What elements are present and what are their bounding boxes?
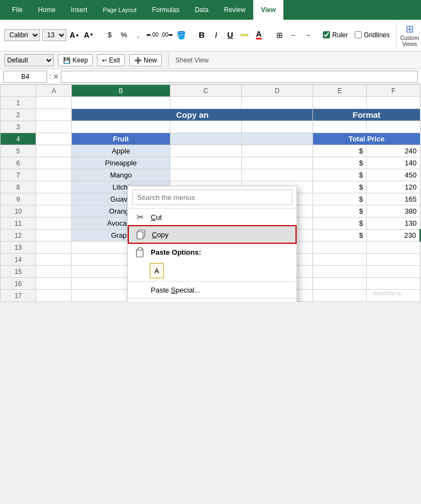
- cell-e6[interactable]: $: [313, 157, 367, 169]
- cell-c3[interactable]: [170, 121, 241, 133]
- row-header-17[interactable]: 17: [1, 290, 36, 302]
- cell-a9[interactable]: [36, 193, 72, 205]
- col-header-b[interactable]: B: [72, 85, 170, 97]
- col-header-a[interactable]: A: [36, 85, 72, 97]
- cell-a5[interactable]: [36, 145, 72, 157]
- col-header-f[interactable]: F: [367, 85, 420, 97]
- row-header-4[interactable]: 4: [1, 133, 36, 145]
- tab-file[interactable]: File: [4, 0, 30, 20]
- row-header-3[interactable]: 3: [1, 121, 36, 133]
- new-button[interactable]: ➕ New: [129, 54, 162, 66]
- cell-a10[interactable]: [36, 205, 72, 217]
- row-header-15[interactable]: 15: [1, 266, 36, 278]
- cell-a6[interactable]: [36, 157, 72, 169]
- tab-review[interactable]: Review: [217, 0, 253, 20]
- font-color-button[interactable]: A: [253, 29, 265, 41]
- cell-a4[interactable]: [36, 133, 72, 145]
- cell-b6[interactable]: Pineapple: [72, 157, 170, 169]
- col-header-c[interactable]: C: [170, 85, 241, 97]
- cell-b4[interactable]: Fruit: [72, 133, 170, 145]
- menu-item-copy[interactable]: Copy: [128, 225, 297, 244]
- cell-e8[interactable]: $: [313, 181, 367, 193]
- row-header-16[interactable]: 16: [1, 278, 36, 290]
- cell-e10[interactable]: $: [313, 205, 367, 217]
- tab-home[interactable]: Home: [30, 0, 63, 20]
- name-box[interactable]: [3, 71, 47, 83]
- cell-c7[interactable]: [170, 169, 241, 181]
- cell-f12[interactable]: 230: [367, 230, 420, 242]
- cell-a11[interactable]: [36, 217, 72, 230]
- fill-color-button[interactable]: 🪣: [175, 29, 187, 41]
- font-size-select[interactable]: 13: [42, 29, 66, 41]
- row-header-7[interactable]: 7: [1, 169, 36, 181]
- underline-button[interactable]: U: [224, 29, 236, 41]
- cell-e7[interactable]: $: [313, 169, 367, 181]
- cell-c5[interactable]: [170, 145, 241, 157]
- cell-d1[interactable]: [242, 97, 313, 109]
- cell-e4[interactable]: Total Price: [313, 133, 420, 145]
- cell-b3[interactable]: [72, 121, 170, 133]
- formula-bar[interactable]: [61, 71, 418, 83]
- row-header-14[interactable]: 14: [1, 254, 36, 266]
- exit-button[interactable]: ↩ Exit: [97, 54, 124, 66]
- row-header-6[interactable]: 6: [1, 157, 36, 169]
- comma-button[interactable]: ,: [132, 29, 144, 41]
- decrease-decimal-button[interactable]: .00➡: [161, 29, 173, 41]
- cell-b2[interactable]: Copy an: [72, 109, 313, 121]
- menu-item-paste-special[interactable]: Paste Special...: [128, 281, 297, 298]
- menu-item-smart-lookup[interactable]: 🔍 Smart Lookup: [128, 298, 297, 302]
- cell-e1[interactable]: [313, 97, 367, 109]
- row-header-12[interactable]: 12: [1, 230, 36, 242]
- col-header-e[interactable]: E: [313, 85, 367, 97]
- col-header-d[interactable]: D: [242, 85, 313, 97]
- cell-d4[interactable]: [242, 133, 313, 145]
- cell-f8[interactable]: 120: [367, 181, 420, 193]
- ruler-checkbox[interactable]: [323, 31, 330, 38]
- increase-decimal-button[interactable]: ⬅.00: [146, 29, 158, 41]
- row-header-5[interactable]: 5: [1, 145, 36, 157]
- row-header-10[interactable]: 10: [1, 205, 36, 217]
- dollar-button[interactable]: $: [104, 29, 116, 41]
- grow-font-button[interactable]: A▲: [69, 29, 81, 41]
- shrink-font-button[interactable]: A▼: [83, 29, 95, 41]
- custom-views-button[interactable]: ⊞ Custom Views: [396, 22, 421, 48]
- font-name-select[interactable]: Calibri: [4, 29, 40, 41]
- cell-d3[interactable]: [242, 121, 313, 133]
- cell-f9[interactable]: 165: [367, 193, 420, 205]
- row-header-9[interactable]: 9: [1, 193, 36, 205]
- row-header-2[interactable]: 2: [1, 109, 36, 121]
- tab-page-layout[interactable]: Page Layout: [95, 0, 144, 20]
- menu-item-paste-a[interactable]: A: [128, 260, 297, 281]
- cell-a3[interactable]: [36, 121, 72, 133]
- row-header-8[interactable]: 8: [1, 181, 36, 193]
- cell-b1[interactable]: [72, 97, 170, 109]
- cell-a1[interactable]: [36, 97, 72, 109]
- italic-button[interactable]: I: [210, 29, 222, 41]
- cell-a7[interactable]: [36, 169, 72, 181]
- cell-f5[interactable]: 240: [367, 145, 420, 157]
- gridlines-checkbox[interactable]: [355, 31, 362, 38]
- cell-c6[interactable]: [170, 157, 241, 169]
- cell-f11[interactable]: 130: [367, 217, 420, 230]
- default-select[interactable]: Default: [4, 54, 54, 66]
- cell-f3[interactable]: [367, 121, 420, 133]
- cell-b7[interactable]: Mango: [72, 169, 170, 181]
- cell-e9[interactable]: $: [313, 193, 367, 205]
- cell-f1[interactable]: [367, 97, 420, 109]
- cell-d5[interactable]: [242, 145, 313, 157]
- outdent-button[interactable]: →: [302, 29, 314, 41]
- highlight-color-button[interactable]: [238, 29, 251, 41]
- cell-e2[interactable]: Format: [313, 109, 420, 121]
- cell-f7[interactable]: 450: [367, 169, 420, 181]
- row-header-1[interactable]: 1: [1, 97, 36, 109]
- cell-e3[interactable]: [313, 121, 367, 133]
- tab-data[interactable]: Data: [187, 0, 216, 20]
- cell-f6[interactable]: 140: [367, 157, 420, 169]
- keep-button[interactable]: 💾 Keep: [58, 54, 93, 66]
- cell-f10[interactable]: 380: [367, 205, 420, 217]
- menu-search-input[interactable]: [132, 190, 292, 205]
- cell-c1[interactable]: [170, 97, 241, 109]
- cell-a8[interactable]: [36, 181, 72, 193]
- row-header-11[interactable]: 11: [1, 217, 36, 230]
- indent-button[interactable]: ←: [288, 29, 300, 41]
